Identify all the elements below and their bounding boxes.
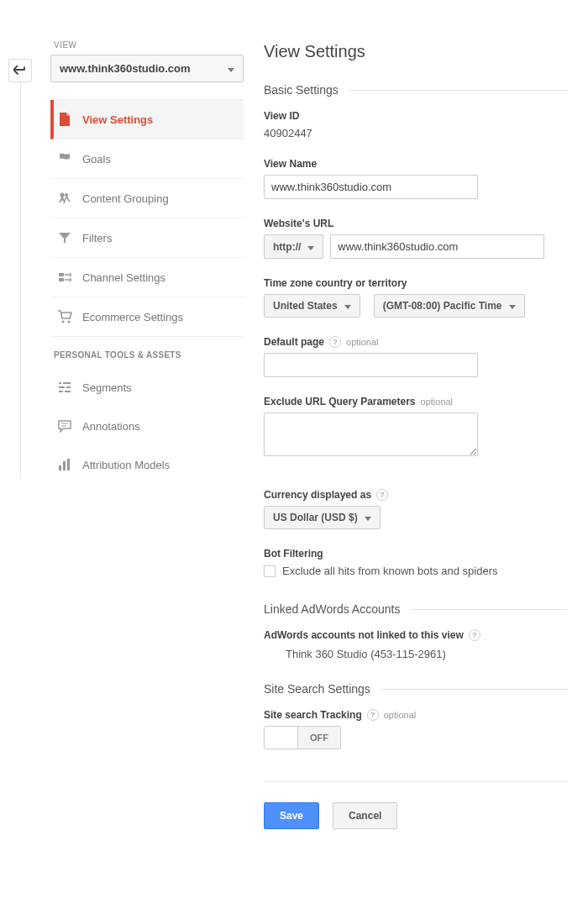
- divider-line: [20, 82, 21, 477]
- view-select-value: www.think360studio.com: [60, 62, 191, 75]
- caret-down-icon: [344, 300, 351, 312]
- site-search-header: Site Search Settings: [264, 682, 370, 696]
- sidebar: VIEW www.think360studio.com View Setting…: [50, 0, 244, 863]
- view-scope-label: VIEW: [50, 40, 244, 50]
- caret-down-icon: [307, 241, 314, 253]
- site-search-toggle[interactable]: OFF: [264, 726, 341, 749]
- flag-icon: [57, 151, 72, 166]
- toggle-knob: [265, 727, 298, 749]
- nav-annotations[interactable]: Annotations: [50, 407, 244, 445]
- default-page-input[interactable]: [264, 353, 478, 377]
- protocol-select[interactable]: http://: [264, 234, 323, 259]
- divider: [410, 609, 568, 610]
- nav-label: Goals: [82, 153, 111, 166]
- default-page-label: Default page: [264, 336, 324, 348]
- help-icon[interactable]: ?: [367, 709, 379, 721]
- timezone-label: Time zone country or territory: [264, 277, 568, 289]
- timezone-offset-value: (GMT-08:00) Pacific Time: [383, 300, 502, 312]
- divider: [349, 90, 568, 91]
- nav-attribution-models[interactable]: Attribution Models: [50, 445, 244, 484]
- currency-label: Currency displayed as: [264, 489, 371, 501]
- svg-rect-2: [59, 273, 64, 276]
- document-icon: [57, 112, 72, 127]
- bars-icon: [57, 457, 72, 472]
- svg-point-5: [68, 321, 71, 323]
- website-url-label: Website's URL: [264, 218, 568, 229]
- nav-goals[interactable]: Goals: [50, 139, 244, 179]
- toggle-state: OFF: [298, 727, 340, 749]
- nav-filters[interactable]: Filters: [50, 218, 244, 258]
- nav-personal: Segments Annotations Attribution Models: [50, 368, 244, 484]
- currency-select[interactable]: US Dollar (USD $): [264, 506, 381, 529]
- caret-down-icon: [365, 512, 371, 523]
- nav-label: Channel Settings: [82, 271, 165, 284]
- view-id-label: View ID: [264, 110, 568, 122]
- nav-label: Content Grouping: [82, 192, 169, 205]
- svg-rect-3: [59, 278, 64, 281]
- timezone-country-select[interactable]: United States: [264, 294, 360, 318]
- back-button[interactable]: [8, 59, 32, 82]
- optional-label: optional: [346, 337, 379, 347]
- chat-icon: [57, 418, 72, 433]
- nav-label: View Settings: [82, 113, 153, 126]
- nav-label: Attribution Models: [82, 459, 170, 471]
- view-name-label: View Name: [264, 158, 568, 170]
- currency-value: US Dollar (USD $): [273, 512, 358, 523]
- cancel-button[interactable]: Cancel: [333, 802, 397, 829]
- timezone-country-value: United States: [273, 300, 338, 312]
- divider: [381, 689, 568, 690]
- nav-channel-settings[interactable]: Channel Settings: [50, 258, 244, 297]
- back-arrow-icon: [13, 66, 27, 76]
- bot-filter-checkbox-label: Exclude all hits from known bots and spi…: [282, 565, 498, 577]
- svg-point-4: [62, 321, 65, 323]
- website-url-input[interactable]: [330, 234, 544, 259]
- bot-filtering-header: Bot Filtering: [264, 548, 568, 560]
- caret-down-icon: [509, 300, 516, 312]
- optional-label: optional: [384, 710, 417, 720]
- nav-label: Ecommerce Settings: [82, 311, 183, 323]
- bot-filter-checkbox[interactable]: [264, 565, 276, 577]
- view-name-input[interactable]: [264, 175, 478, 199]
- linked-adwords-header: Linked AdWords Accounts: [264, 602, 400, 616]
- page-title: View Settings: [264, 42, 568, 61]
- nav-ecommerce-settings[interactable]: Ecommerce Settings: [50, 297, 244, 336]
- adwords-account: Think 360 Studio (453-115-2961): [264, 648, 568, 660]
- svg-rect-7: [63, 461, 66, 470]
- funnel-icon: [57, 230, 72, 245]
- svg-point-0: [60, 193, 65, 197]
- protocol-value: http://: [273, 241, 301, 253]
- nav-segments[interactable]: Segments: [50, 368, 244, 407]
- nav-label: Filters: [82, 232, 112, 244]
- help-icon[interactable]: ?: [376, 489, 388, 501]
- svg-rect-6: [59, 465, 61, 470]
- site-search-tracking-label: Site search Tracking: [264, 709, 362, 721]
- cart-icon: [57, 309, 72, 324]
- svg-rect-8: [67, 459, 70, 470]
- optional-label: optional: [421, 397, 454, 407]
- nav-label: Segments: [82, 381, 132, 394]
- adwords-not-linked-label: AdWords accounts not linked to this view: [264, 629, 464, 641]
- personal-tools-header: PERSONAL TOOLS & ASSETS: [50, 337, 244, 368]
- exclude-params-input[interactable]: [264, 412, 478, 456]
- caret-down-icon: [228, 62, 234, 75]
- nav-label: Annotations: [82, 420, 140, 433]
- help-icon[interactable]: ?: [329, 336, 341, 348]
- timezone-offset-select[interactable]: (GMT-08:00) Pacific Time: [374, 294, 525, 318]
- channel-icon: [57, 270, 72, 285]
- nav-content-grouping[interactable]: Content Grouping: [50, 179, 244, 218]
- view-select-dropdown[interactable]: www.think360studio.com: [50, 55, 244, 82]
- nav-view-settings[interactable]: View Settings: [50, 100, 244, 139]
- help-icon[interactable]: ?: [469, 629, 480, 641]
- grouping-icon: [57, 191, 72, 206]
- segments-icon: [57, 380, 72, 395]
- exclude-params-label: Exclude URL Query Parameters: [264, 396, 416, 407]
- nav-view: View Settings Goals Content Grouping Fil…: [50, 99, 244, 337]
- main-content: View Settings Basic Settings View ID 409…: [244, 0, 588, 863]
- divider: [264, 781, 568, 782]
- svg-point-1: [65, 193, 68, 197]
- save-button[interactable]: Save: [264, 802, 319, 829]
- view-id-value: 40902447: [264, 127, 568, 139]
- basic-settings-header: Basic Settings: [264, 83, 339, 97]
